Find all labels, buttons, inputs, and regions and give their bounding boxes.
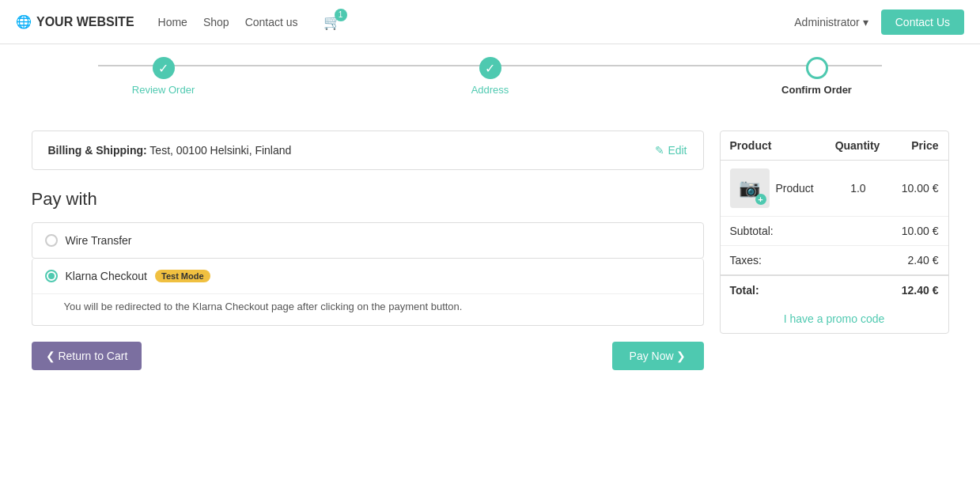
nav-home[interactable]: Home [158, 16, 187, 28]
wire-radio[interactable] [45, 234, 58, 247]
billing-card: Billing & Shipping: Test, 00100 Helsinki… [32, 131, 704, 170]
payment-options: Wire Transfer Klarna Checkout Test Mode … [32, 222, 704, 326]
brand-name: YOUR WEBSITE [36, 15, 134, 29]
col-quantity: Quantity [826, 131, 891, 161]
product-price: 10.00 € [891, 161, 948, 217]
klarna-option[interactable]: Klarna Checkout Test Mode [32, 259, 703, 293]
billing-address: Test, 00100 Helsinki, Finland [149, 144, 291, 157]
product-qty: 1.0 [826, 161, 891, 217]
wire-transfer-option[interactable]: Wire Transfer [32, 223, 703, 258]
subtotal-label: Subtotal: [721, 217, 891, 246]
subtotal-value: 10.00 € [891, 217, 948, 246]
nav-contact-us[interactable]: Contact us [245, 16, 298, 28]
edit-icon: ✎ [655, 144, 664, 157]
step-circle-address: ✓ [479, 57, 501, 79]
step-review-order: ✓ Review Order [0, 57, 327, 96]
product-name: Product [776, 182, 814, 195]
klarna-body: You will be redirected to the Klarna Che… [32, 293, 703, 325]
wire-label: Wire Transfer [66, 234, 132, 247]
order-table: Product Quantity Price 📷 + [721, 131, 948, 305]
product-cell: 📷 + Product [721, 161, 826, 217]
taxes-row: Taxes: 2.40 € [721, 246, 948, 276]
step-circle-review: ✓ [153, 57, 175, 79]
cart-badge: 1 [335, 9, 347, 21]
total-value: 12.40 € [891, 275, 948, 305]
return-to-cart-button[interactable]: ❮ Return to Cart [32, 342, 142, 370]
admin-label: Administrator [794, 16, 859, 28]
nav-links: Home Shop Contact us 🛒 1 [158, 13, 341, 31]
edit-link[interactable]: ✎ Edit [655, 144, 687, 157]
col-product: Product [721, 131, 826, 161]
checkout-stepper: ✓ Review Order ✓ Address Confirm Order [0, 44, 980, 115]
step-label-address: Address [471, 84, 509, 96]
taxes-value: 2.40 € [891, 246, 948, 276]
col-price: Price [891, 131, 948, 161]
navbar-right: Administrator ▾ Contact Us [794, 9, 964, 35]
pay-now-button[interactable]: Pay Now ❯ [612, 342, 704, 370]
klarna-label: Klarna Checkout [66, 270, 148, 282]
step-label-confirm: Confirm Order [781, 84, 852, 96]
contact-us-button[interactable]: Contact Us [881, 9, 964, 35]
brand: 🌐 YOUR WEBSITE [16, 14, 134, 29]
action-buttons: ❮ Return to Cart Pay Now ❯ [32, 342, 704, 370]
step-address: ✓ Address [327, 57, 653, 96]
total-label: Total: [721, 275, 891, 305]
chevron-down-icon: ▾ [863, 16, 868, 28]
taxes-label: Taxes: [721, 246, 891, 276]
radio-dot [48, 273, 55, 279]
pay-with-title: Pay with [32, 189, 704, 210]
step-circle-confirm [806, 57, 828, 79]
page-container: Billing & Shipping: Test, 00100 Helsinki… [16, 115, 965, 386]
payment-option-klarna: Klarna Checkout Test Mode You will be re… [32, 259, 704, 326]
admin-dropdown[interactable]: Administrator ▾ [794, 16, 868, 28]
test-mode-badge: Test Mode [155, 270, 210, 282]
navbar: 🌐 YOUR WEBSITE Home Shop Contact us 🛒 1 … [0, 0, 980, 44]
payment-option-wire: Wire Transfer [32, 222, 704, 259]
cart-icon[interactable]: 🛒 1 [324, 13, 341, 31]
nav-shop[interactable]: Shop [203, 16, 229, 28]
klarna-radio[interactable] [45, 270, 58, 282]
globe-icon: 🌐 [16, 14, 32, 29]
step-label-review: Review Order [132, 84, 195, 96]
step-confirm-order: Confirm Order [653, 57, 980, 96]
edit-label: Edit [668, 144, 687, 157]
billing-text: Billing & Shipping: Test, 00100 Helsinki… [48, 144, 292, 157]
product-row: 📷 + Product 1.0 10.00 € [721, 161, 948, 217]
order-summary-sidebar: Product Quantity Price 📷 + [720, 131, 949, 370]
total-row: Total: 12.40 € [721, 275, 948, 305]
order-summary: Product Quantity Price 📷 + [720, 131, 949, 334]
product-thumbnail: 📷 + [730, 168, 770, 208]
subtotal-row: Subtotal: 10.00 € [721, 217, 948, 246]
promo-code-link[interactable]: I have a promo code [721, 305, 948, 333]
billing-label: Billing & Shipping: [48, 144, 147, 157]
product-plus-icon: + [755, 194, 766, 205]
main-content: Billing & Shipping: Test, 00100 Helsinki… [32, 131, 704, 370]
